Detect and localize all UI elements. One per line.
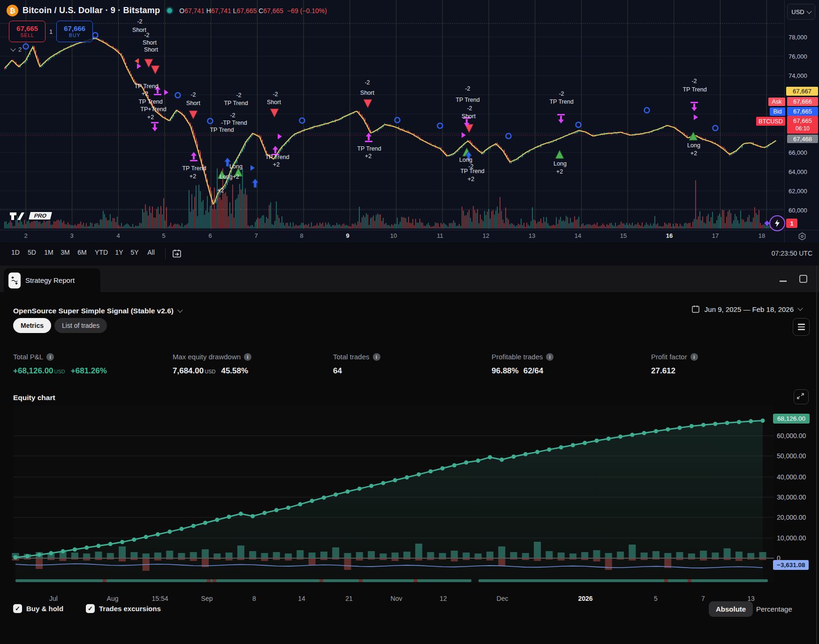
equity-chart-title: Equity chart (13, 394, 55, 402)
hexagon-settings-icon (798, 232, 806, 241)
strategy-selector[interactable]: OpenSource Super Simple Signal (Stable v… (13, 307, 182, 315)
date-range-selector[interactable]: Jun 9, 2025 — Feb 18, 2026 (691, 305, 802, 313)
svg-text:TP Trend: TP Trend (224, 100, 248, 106)
report-layout-icon[interactable] (793, 318, 810, 336)
range-button-5y[interactable]: 5Y (130, 249, 138, 256)
time-axis[interactable]: 23456789101112131415161718 (0, 230, 784, 242)
equity-y-label: 30,000.00 (777, 493, 806, 501)
scrollbar[interactable] (816, 265, 817, 644)
range-button-6m[interactable]: 6M (77, 249, 86, 256)
tab-strategy-report[interactable]: Strategy Report (4, 268, 100, 292)
tradingview-logo[interactable]: PRO (9, 211, 52, 221)
instant-trading-button[interactable] (769, 215, 785, 231)
metric-profitable-trades: Profitable tradesi96.88%62/64 (492, 353, 554, 376)
equity-y-label: 10,000.00 (777, 534, 806, 542)
info-icon[interactable]: i (690, 353, 698, 361)
svg-text:TP Trend: TP Trend (460, 168, 484, 174)
range-button-1m[interactable]: 1M (44, 249, 53, 256)
buy-button[interactable]: 67,666 BUY (56, 21, 93, 42)
axis-settings-corner[interactable] (784, 230, 819, 242)
tab-metrics[interactable]: Metrics (13, 318, 51, 333)
checkmark-icon: ✓ (13, 604, 22, 613)
time-axis-label: 17 (712, 232, 719, 239)
time-axis-label: 9 (346, 232, 349, 239)
equity-x-label: Dec (497, 595, 508, 602)
time-axis-label: 3 (70, 232, 73, 239)
equity-x-label: 2026 (578, 595, 592, 602)
ask-label-badge: Ask (768, 98, 785, 106)
svg-text:TP Trend: TP Trend (134, 83, 158, 90)
info-icon[interactable]: i (244, 353, 251, 361)
time-axis-label: 5 (162, 232, 165, 239)
expand-equity-icon[interactable] (794, 389, 809, 404)
range-button-3m[interactable]: 3M (61, 249, 69, 256)
svg-text:+2: +2 (142, 91, 148, 97)
equity-y-label: 20,000.00 (777, 514, 806, 521)
buy-and-hold-checkbox[interactable]: ✓ Buy & hold (13, 604, 63, 613)
go-to-date-icon[interactable] (172, 249, 182, 259)
alert-count-badge[interactable]: 1 (786, 219, 797, 228)
ohlc-values: O67,741 H67,741 L67,665 C67,665 −69 (−0.… (179, 7, 327, 15)
chevron-down-icon (797, 305, 803, 311)
metric-total-trades: Total tradesi64 (333, 353, 380, 376)
chevron-down-icon (177, 307, 182, 312)
metric-label: Total trades (333, 353, 370, 361)
svg-text:Long+2: Long+2 (220, 174, 239, 180)
chevron-down-icon (806, 8, 811, 14)
info-icon[interactable]: i (546, 353, 554, 361)
price-axis-label: 74,000 (789, 72, 807, 79)
range-button-5d[interactable]: 5D (28, 249, 36, 256)
buyhold-value-badge: −3,631.08 (773, 560, 809, 570)
svg-text:-2: -2 (230, 112, 235, 119)
svg-text:TP Trend: TP Trend (210, 127, 234, 133)
lightning-icon (774, 219, 781, 227)
absolute-toggle-button[interactable]: Absolute (709, 601, 753, 617)
svg-text:-2: -2 (144, 32, 149, 38)
main-chart-pane[interactable]: -2Short-2ShortShortTP Trend+2TP TrendTP+… (0, 0, 819, 242)
metric-total-p-l: Total P&Li+68,126.00USD+681.26% (13, 353, 107, 376)
time-axis-label: 12 (483, 232, 489, 239)
calendar-icon (691, 305, 700, 313)
tab-list-of-trades[interactable]: List of trades (54, 318, 107, 333)
equity-y-label: 40,000.00 (777, 473, 806, 481)
symbol-title[interactable]: Bitcoin / U.S. Dollar · 9 · Bitstamp (23, 6, 160, 15)
sell-button[interactable]: 67,665 SELL (9, 21, 46, 42)
equity-x-label: Sep (201, 595, 213, 602)
range-button-ytd[interactable]: YTD (95, 249, 108, 256)
svg-text:Short: Short (360, 90, 374, 96)
time-axis-label: 7 (254, 232, 258, 239)
time-axis-label: 13 (529, 232, 535, 239)
candlestick-chart[interactable]: -2Short-2ShortShortTP Trend+2TP TrendTP+… (0, 0, 784, 230)
range-button-1d[interactable]: 1D (11, 249, 20, 256)
minimize-panel-icon[interactable] (780, 280, 787, 282)
percentage-toggle-button[interactable]: Percentage (756, 605, 792, 613)
range-button-all[interactable]: All (147, 249, 155, 256)
price-axis-label: 76,000 (789, 53, 807, 60)
info-icon[interactable]: i (373, 353, 380, 361)
legend-collapse-row[interactable]: 2 (11, 46, 22, 53)
price-axis-label: 66,000 (789, 149, 807, 156)
tradingview-app: -2Short-2ShortShortTP Trend+2TP TrendTP+… (0, 0, 819, 644)
range-button-1y[interactable]: 1Y (115, 249, 123, 256)
time-axis-label: 8 (300, 232, 303, 239)
metric-label: Total P&L (13, 353, 43, 361)
trades-excursions-checkbox[interactable]: ✓ Trades excursions (86, 604, 161, 613)
svg-text:Short: Short (267, 99, 281, 106)
equity-chart[interactable] (0, 404, 819, 591)
bid-price-badge: 67,665 (787, 107, 818, 116)
svg-text:-TP Trend: -TP Trend (221, 120, 247, 126)
info-icon[interactable]: i (46, 353, 54, 361)
utc-clock[interactable]: 07:23:50 UTC (772, 250, 812, 257)
equity-x-label: 21 (345, 595, 353, 602)
equity-y-label: 60,000.00 (777, 432, 806, 439)
svg-text:-2: -2 (137, 18, 142, 25)
currency-dropdown[interactable]: USD (787, 4, 815, 20)
last-price-badge: 67,66506:10 (787, 116, 818, 134)
equity-x-label: Nov (391, 595, 402, 602)
maximize-panel-icon[interactable] (799, 275, 807, 283)
panel-tab-strip (0, 265, 819, 292)
equity-x-label: 8 (252, 595, 256, 602)
bitcoin-logo-icon: ₿ (7, 5, 18, 16)
metric-profit-factor: Profit factori27.612 (651, 353, 698, 376)
equity-x-label: 7 (701, 595, 705, 602)
